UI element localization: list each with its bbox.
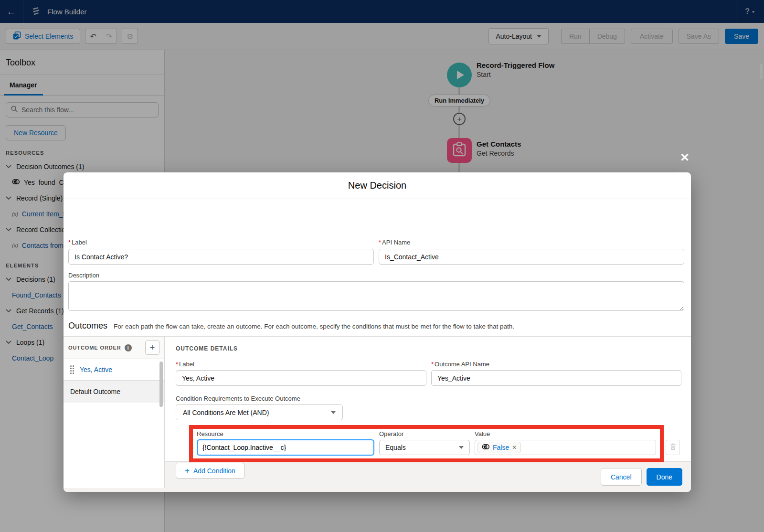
label-field-label: *Label [68,239,87,246]
add-outcome-button[interactable]: + [145,340,159,355]
operator-dropdown[interactable]: Equals [379,440,470,455]
toggle-icon [482,444,490,451]
close-icon: ✕ [680,151,690,164]
modal-title: New Decision [348,180,406,191]
remove-value-icon[interactable]: ✕ [512,444,517,451]
delete-condition-button[interactable] [666,440,680,455]
value-label: Value [475,430,656,437]
condition-row-highlight: Resource Operator Value Equals [189,425,664,462]
operator-label: Operator [379,430,470,437]
outcome-order-label: OUTCOME ORDER [68,345,121,351]
drag-handle-icon[interactable] [70,365,74,374]
resource-label: Resource [197,430,374,437]
info-icon: i [125,344,132,351]
outcomes-helper-text: For each path the flow can take, create … [114,323,514,330]
value-combobox[interactable]: False ✕ [475,440,656,455]
label-input[interactable] [68,249,374,265]
condition-requirements-label: Condition Requirements to Execute Outcom… [176,395,300,402]
outcome-label-input[interactable] [176,370,426,386]
plus-icon: + [185,466,190,476]
outcome-label-field-label: *Label [176,361,194,368]
api-name-field-label: *API Name [379,239,410,246]
plus-icon: + [150,343,155,353]
outcome-order-pane: OUTCOME ORDER i + Yes, Active Default Ou… [64,337,165,488]
outcomes-heading: Outcomes [68,321,107,331]
trash-icon [670,443,676,452]
outcomes-panes: OUTCOME ORDER i + Yes, Active Default Ou… [64,336,691,488]
api-name-input[interactable] [379,249,684,265]
value-pill-text: False [493,444,509,451]
value-pill[interactable]: False ✕ [478,442,521,453]
outcome-order-header: OUTCOME ORDER i + [64,337,164,359]
condition-requirements-dropdown[interactable]: All Conditions Are Met (AND) [176,404,343,420]
new-decision-modal: New Decision *Label *API Name Descriptio… [64,172,691,492]
outcome-details-pane: OUTCOME DETAILS *Label *Outcome API Name… [165,337,691,488]
add-condition-button[interactable]: + Add Condition [176,463,244,479]
chevron-down-icon [459,446,464,449]
outcome-api-input[interactable] [431,370,681,386]
outcome-item-yes-active[interactable]: Yes, Active [64,359,164,381]
description-field-label: Description [68,272,99,279]
modal-close-button[interactable]: ✕ [680,152,690,163]
outcomes-section-header: Outcomes For each path the flow can take… [68,321,514,331]
outcome-item-default[interactable]: Default Outcome [64,381,164,403]
chevron-down-icon [331,411,336,414]
outcome-details-header: OUTCOME DETAILS [176,345,238,352]
outcome-list-scrollbar[interactable] [159,362,163,407]
outcome-api-field-label: *Outcome API Name [431,361,489,368]
resource-input[interactable] [197,439,374,456]
modal-body: *Label *API Name Description Outcomes Fo… [64,199,691,461]
modal-header: New Decision [64,172,691,199]
description-textarea[interactable] [68,281,684,311]
